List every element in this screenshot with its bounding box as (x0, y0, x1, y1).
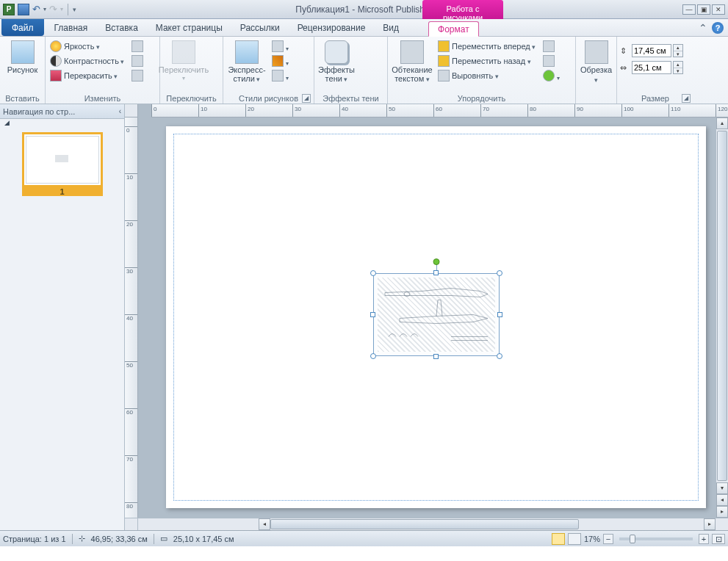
maximize-button[interactable]: ▣ (697, 4, 710, 15)
width-field[interactable]: ⇔ ▴▾ (620, 60, 683, 75)
handle-ne[interactable] (497, 270, 502, 276)
quick-access-toolbar: P ↶▾ ↷▾ ▾ (0, 4, 76, 15)
text-wrap-button[interactable]: Обтеканиетекстом (391, 39, 433, 85)
group-shadow: Эффектытени Эффекты тени (314, 37, 388, 104)
file-tab[interactable]: Файл (1, 19, 44, 36)
handle-nw[interactable] (370, 270, 376, 276)
border-button[interactable] (270, 39, 294, 54)
tab-insert[interactable]: Вставка (96, 19, 147, 36)
two-page-view-button[interactable] (568, 533, 581, 545)
single-page-view-button[interactable] (552, 533, 565, 545)
send-backward-button[interactable]: Переместить назад (436, 54, 537, 68)
tab-home[interactable]: Главная (46, 19, 97, 36)
hscroll-thumb[interactable] (270, 519, 579, 529)
page-thumbnail[interactable] (22, 132, 103, 187)
canvas[interactable]: ▴ ▾ ◂ ▸ (138, 117, 728, 518)
handle-s[interactable] (433, 354, 439, 359)
height-field[interactable]: ⇕ ▴▾ (620, 43, 683, 58)
page[interactable] (166, 126, 706, 508)
shadow-effects-button[interactable]: Эффектытени (317, 39, 356, 85)
tab-review[interactable]: Рецензирование (289, 19, 375, 36)
contrast-button[interactable]: Контрастность (48, 54, 126, 68)
change-button[interactable] (130, 54, 145, 68)
minimize-button[interactable]: — (682, 4, 696, 15)
qat-customize-icon[interactable]: ▾ (73, 6, 76, 13)
vertical-scrollbar[interactable]: ▴ ▾ ◂ ▸ (716, 117, 728, 518)
scroll-left-button[interactable]: ◂ (259, 518, 270, 530)
horizontal-ruler: 0102030405060708090100110120 (151, 104, 728, 117)
handle-e[interactable] (497, 312, 502, 317)
handle-w[interactable] (370, 312, 375, 317)
picture-icon (11, 40, 35, 64)
compress-icon (131, 40, 143, 52)
group-button[interactable] (541, 39, 565, 54)
align-button[interactable]: Выровнять (436, 68, 537, 83)
handle-n[interactable] (433, 270, 439, 275)
zoom-level[interactable]: 17% (584, 535, 600, 543)
next-page-button[interactable]: ▸ (716, 506, 728, 518)
shape-icon (272, 70, 284, 82)
title-bar: P ↶▾ ↷▾ ▾ Публикация1 - Microsoft Publis… (0, 0, 728, 19)
size-dialog-launcher[interactable]: ◢ (682, 94, 691, 103)
zoom-slider[interactable] (619, 538, 693, 540)
compress-button[interactable] (130, 39, 145, 54)
selected-image[interactable] (373, 273, 500, 356)
ungroup-icon (543, 55, 555, 67)
scroll-right-button[interactable]: ▸ (704, 518, 716, 530)
page-navigation-panel: Навигация по стр... ‹ ◢ 1 (0, 104, 125, 530)
ruler-corner (125, 104, 138, 117)
height-spinner[interactable]: ▴▾ (673, 44, 683, 57)
tab-page-layout[interactable]: Макет страницы (147, 19, 231, 36)
group-size: ⇕ ▴▾ ⇔ ▴▾ Размер◢ (617, 37, 693, 104)
width-input[interactable] (632, 61, 671, 74)
undo-icon[interactable]: ↶ (32, 4, 40, 15)
width-icon: ⇔ (620, 63, 630, 73)
nav-collapse-icon[interactable]: ‹ (119, 107, 121, 115)
app-icon[interactable]: P (3, 4, 15, 15)
group-icon (543, 40, 555, 52)
zoom-thumb[interactable] (630, 535, 635, 543)
reset-button[interactable] (130, 68, 145, 83)
workspace: Навигация по стр... ‹ ◢ 1 01020304050607… (0, 104, 728, 530)
group-switch: Переключить▾ Переключить (160, 37, 223, 104)
scroll-down-button[interactable]: ▾ (716, 482, 728, 494)
ribbon-minimize-icon[interactable]: ⌃ (699, 22, 707, 34)
recolor-button[interactable]: Перекрасить (48, 68, 126, 83)
fit-page-button[interactable]: ⊡ (712, 534, 725, 544)
shape-button[interactable] (270, 68, 294, 83)
scroll-up-button[interactable]: ▴ (716, 117, 728, 129)
handle-sw[interactable] (370, 353, 376, 359)
handle-se[interactable] (497, 353, 502, 359)
nudge-right-icon[interactable] (371, 56, 384, 69)
border-color-button[interactable] (270, 54, 294, 68)
crop-button[interactable]: Обрезка (579, 39, 613, 86)
help-icon[interactable]: ? (712, 22, 724, 34)
page-indicator[interactable]: Страница: 1 из 1 (3, 535, 66, 543)
width-spinner[interactable]: ▴▾ (673, 61, 683, 74)
switch-icon (172, 40, 195, 64)
zoom-in-button[interactable]: + (699, 534, 709, 544)
redo-dropdown: ▾ (60, 6, 63, 12)
save-icon[interactable] (18, 4, 29, 15)
contrast-icon (50, 55, 62, 67)
tab-format[interactable]: Формат (428, 21, 479, 37)
ungroup-button[interactable] (541, 54, 565, 68)
brightness-button[interactable]: Яркость (48, 39, 126, 54)
nudge-left-icon[interactable] (357, 56, 370, 69)
insert-picture-button[interactable]: Рисунок (3, 39, 42, 76)
vscroll-thumb[interactable] (717, 131, 727, 481)
tab-view[interactable]: Вид (374, 19, 408, 36)
tab-mailings[interactable]: Рассылки (231, 19, 289, 36)
dimensions-indicator: 25,10 x 17,45 см (173, 535, 234, 543)
rotation-handle[interactable] (433, 258, 440, 265)
close-button[interactable]: ✕ (712, 4, 725, 15)
prev-page-button[interactable]: ◂ (716, 494, 728, 506)
bring-forward-button[interactable]: Переместить вперед (436, 39, 537, 54)
ribbon-tabs: Файл Главная Вставка Макет страницы Расс… (0, 19, 728, 37)
styles-dialog-launcher[interactable]: ◢ (302, 94, 311, 103)
express-styles-button[interactable]: Экспресс-стили (226, 39, 267, 85)
zoom-out-button[interactable]: − (603, 534, 613, 544)
height-input[interactable] (632, 44, 671, 57)
rotate-button[interactable] (541, 68, 565, 83)
undo-dropdown[interactable]: ▾ (43, 6, 46, 12)
